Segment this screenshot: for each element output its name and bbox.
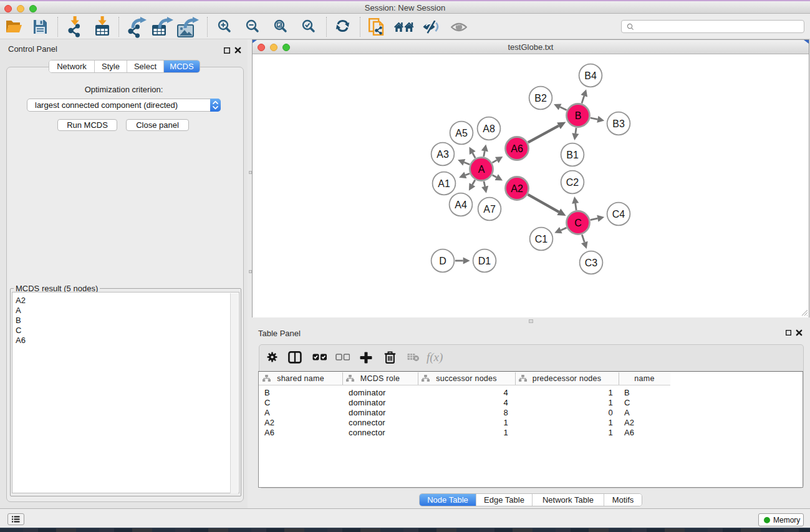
svg-text:C4: C4	[612, 209, 625, 220]
svg-text:B2: B2	[534, 93, 547, 104]
svg-text:B1: B1	[566, 150, 579, 160]
svg-text:B3: B3	[612, 118, 625, 129]
svg-text:A6: A6	[511, 143, 523, 154]
svg-text:A: A	[478, 164, 485, 175]
svg-text:A3: A3	[436, 149, 449, 160]
svg-text:D: D	[439, 256, 446, 266]
svg-text:D1: D1	[478, 256, 491, 266]
svg-text:B4: B4	[584, 70, 597, 81]
svg-text:A5: A5	[455, 128, 468, 138]
svg-text:A8: A8	[483, 123, 495, 134]
svg-text:A2: A2	[511, 183, 523, 194]
svg-text:C1: C1	[535, 234, 548, 244]
svg-text:C3: C3	[585, 258, 598, 268]
svg-text:C2: C2	[566, 177, 579, 188]
svg-text:A1: A1	[438, 178, 450, 189]
svg-text:A4: A4	[455, 200, 467, 210]
svg-text:B: B	[575, 110, 582, 121]
svg-text:A7: A7	[483, 204, 496, 215]
svg-text:C: C	[574, 218, 582, 228]
